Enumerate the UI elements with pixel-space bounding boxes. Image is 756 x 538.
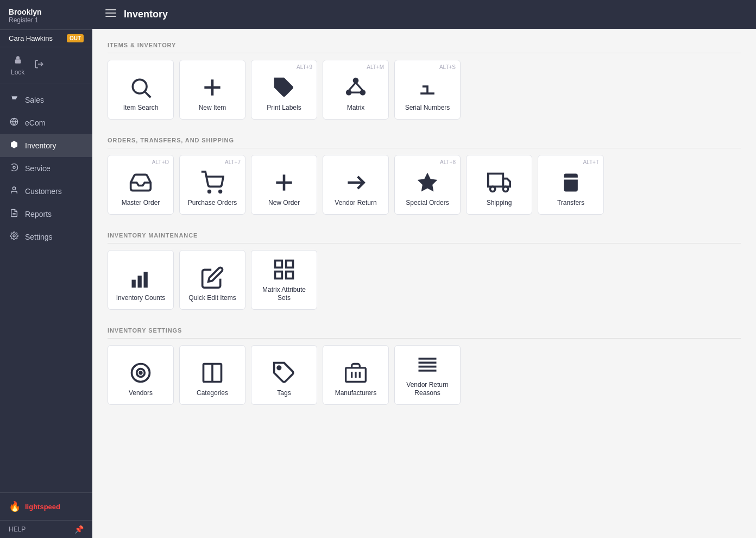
orders-section: ORDERS, TRANSFERS, AND SHIPPING ALT+O Ma… [108,137,741,215]
sidebar-footer: 🔥 lightspeed [0,492,92,520]
sidebar-item-customers[interactable]: Customers [0,180,92,203]
sidebar-item-reports[interactable]: Reports [0,203,92,226]
help-label[interactable]: HELP [9,526,26,533]
sidebar-item-inventory[interactable]: Inventory [0,134,92,157]
menu-icon[interactable] [105,8,116,21]
inv-settings-title: INVENTORY SETTINGS [108,327,741,339]
tile-categories-label: Categories [197,389,228,398]
tile-new-order-label: New Order [268,199,300,208]
tile-vendors[interactable]: Vendors [108,345,174,405]
tile-vendor-return-reasons[interactable]: Vendor Return Reasons [394,345,461,405]
sidebar-item-service-label: Service [25,164,51,173]
svg-line-11 [145,92,150,98]
orders-title: ORDERS, TRANSFERS, AND SHIPPING [108,137,741,148]
purchase-orders-shortcut: ALT+7 [225,159,241,165]
special-orders-shortcut: ALT+8 [440,159,456,165]
manufacturers-icon [344,361,368,385]
register-label: Register 1 [9,16,84,24]
lock-button[interactable]: Lock [9,53,27,78]
svg-rect-37 [286,271,293,278]
svg-point-43 [278,366,280,370]
svg-point-3 [12,187,15,190]
sidebar-help-row: HELP 📌 [0,520,92,538]
sidebar-item-ecom-label: eCom [25,118,45,127]
inbox-icon [129,171,153,195]
sidebar-item-settings[interactable]: Settings [0,226,92,248]
tile-categories[interactable]: Categories [179,345,245,405]
reports-icon [9,209,20,220]
transfers-icon [559,171,583,195]
transfers-shortcut: ALT+T [583,159,599,165]
maintenance-section: INVENTORY MAINTENANCE Inventory Counts [108,232,741,310]
svg-line-17 [349,83,356,91]
tile-serial-numbers[interactable]: ALT+S Serial Numbers [394,60,461,120]
categories-icon [200,361,224,385]
tile-purchase-orders[interactable]: ALT+7 Purchase Orders [179,155,245,215]
tile-inventory-counts[interactable]: Inventory Counts [108,250,174,310]
orders-tiles: ALT+O Master Order ALT+7 Purchase Orders [108,155,741,215]
logo-label: lightspeed [25,503,60,511]
master-order-shortcut: ALT+O [152,159,169,165]
pin-icon[interactable]: 📌 [74,525,84,534]
sidebar-item-service[interactable]: Service [0,157,92,180]
vendors-icon [129,361,153,385]
sidebar-header: Brooklyn Register 1 [0,0,92,30]
sidebar-nav: Sales eCom Inventory Service [0,84,92,293]
tile-inventory-counts-label: Inventory Counts [116,294,166,303]
tile-manufacturers[interactable]: Manufacturers [323,345,389,405]
items-inventory-section: ITEMS & INVENTORY Item Search New Item [108,42,741,120]
lock-label: Lock [11,68,24,76]
tile-quick-edit-items[interactable]: Quick Edit Items [179,250,245,310]
svg-point-6 [13,235,15,237]
tags-icon [272,361,296,385]
matrix-icon [344,76,368,99]
tile-new-item-label: New Item [199,104,226,112]
tile-print-labels-label: Print Labels [267,104,301,112]
svg-marker-26 [418,173,438,192]
svg-point-21 [209,191,211,193]
tile-vendor-return-reasons-label: Vendor Return Reasons [399,381,456,398]
sidebar-item-ecom[interactable]: eCom [0,111,92,134]
tile-new-order[interactable]: New Order [251,155,317,215]
svg-rect-0 [15,59,21,64]
svg-point-22 [219,191,222,193]
user-row: Cara Hawkins OUT [0,30,92,47]
tile-shipping[interactable]: Shipping [466,155,532,215]
tile-matrix-attribute-sets[interactable]: Matrix Attribute Sets [251,250,317,310]
topbar: Inventory [92,0,756,29]
tile-item-search[interactable]: Item Search [108,60,174,120]
tile-item-search-label: Item Search [123,104,159,112]
tile-tags[interactable]: Tags [251,345,317,405]
store-name: Brooklyn [9,8,84,16]
main-content: Inventory ITEMS & INVENTORY Item Search [92,0,756,538]
arrow-right-icon [344,171,368,195]
svg-rect-8 [105,12,116,14]
svg-rect-31 [132,280,136,288]
tile-special-orders[interactable]: ALT+8 Special Orders [394,155,461,215]
maintenance-title: INVENTORY MAINTENANCE [108,232,741,243]
tile-master-order[interactable]: ALT+O Master Order [108,155,174,215]
tile-shipping-label: Shipping [487,199,512,208]
page-title: Inventory [124,9,168,20]
svg-point-29 [490,187,495,192]
sidebar-item-sales[interactable]: Sales [0,89,92,111]
tile-vendor-return[interactable]: Vendor Return [323,155,389,215]
tile-print-labels[interactable]: ALT+9 Print Labels [251,60,317,120]
tile-master-order-label: Master Order [122,199,160,208]
sidebar-item-settings-label: Settings [25,233,53,241]
tile-matrix[interactable]: ALT+M Matrix [323,60,389,120]
print-labels-shortcut: ALT+9 [297,64,312,70]
tile-special-orders-label: Special Orders [406,199,449,208]
svg-rect-34 [275,260,282,267]
cart-icon [200,171,224,195]
tile-tags-label: Tags [277,389,291,398]
inv-settings-tiles: Vendors Categories Tags [108,345,741,405]
tile-transfers[interactable]: ALT+T Transfers [538,155,604,215]
grid-icon [272,258,296,281]
list-icon [415,353,439,377]
tile-new-item[interactable]: New Item [179,60,245,120]
settings-icon [9,232,20,242]
tile-matrix-label: Matrix [347,104,365,112]
logout-button[interactable] [32,53,46,78]
svg-rect-33 [144,272,148,287]
